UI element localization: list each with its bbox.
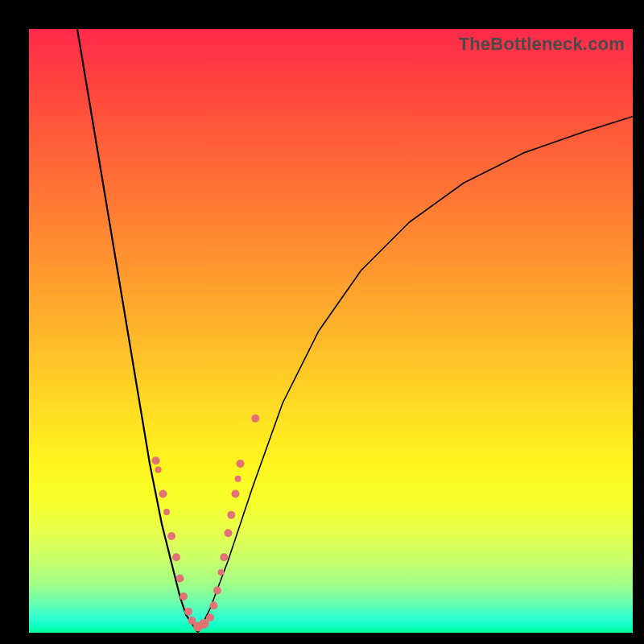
marker-point [220,553,228,561]
marker-point [225,529,233,537]
curve-left-branch [77,29,198,633]
marker-point [218,569,225,576]
marker-point [251,415,259,423]
marker-point [188,617,196,625]
marker-point [235,476,242,482]
marker-point [232,490,240,498]
marker-point [193,622,203,632]
markers-group [152,415,260,632]
marker-point [152,456,160,464]
marker-point [237,460,245,468]
marker-point [155,467,162,473]
marker-point [200,619,209,629]
marker-point [159,490,167,498]
marker-point [172,553,180,561]
chart-svg [29,29,633,633]
curve-right-branch [198,117,633,633]
marker-point [176,575,184,583]
marker-point [227,511,235,519]
marker-point [163,509,170,515]
marker-point [167,532,175,540]
watermark-label: TheBottleneck.com [459,34,625,55]
marker-point [206,613,214,621]
chart-canvas: TheBottleneck.com [0,0,644,644]
marker-point [184,608,192,616]
marker-point [213,587,221,595]
marker-point [180,592,188,601]
plot-area: TheBottleneck.com [29,29,633,633]
curves-group [77,29,633,633]
marker-point [210,601,218,609]
